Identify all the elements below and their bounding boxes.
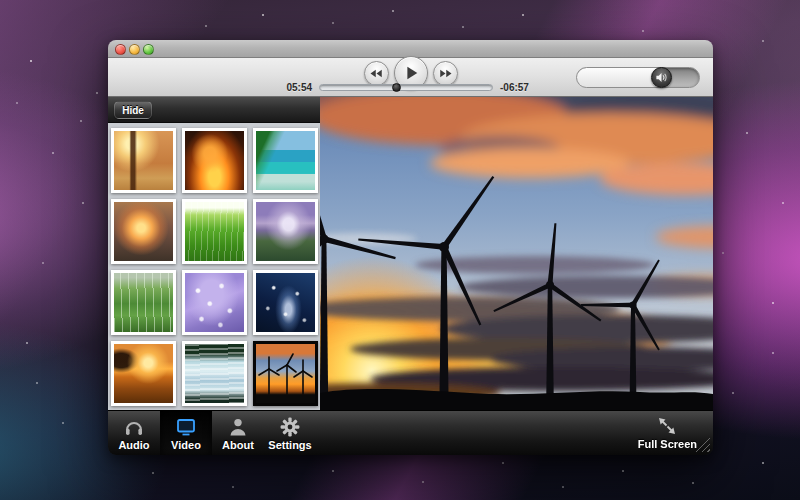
- tab-video-label: Video: [171, 439, 201, 451]
- thumbnail-waterfall[interactable]: [182, 341, 247, 406]
- thumbnail-wind-turbines[interactable]: [253, 341, 318, 406]
- fullscreen-label: Full Screen: [638, 438, 697, 450]
- playlist-sidebar: Hide: [108, 97, 320, 410]
- fast-forward-icon: [438, 68, 453, 79]
- volume-slider[interactable]: [576, 67, 700, 88]
- scrub-row: 05:54 -06:57: [268, 82, 544, 93]
- thumbnail-green-grass[interactable]: [182, 199, 247, 264]
- rewind-icon: [369, 68, 384, 79]
- gear-icon: [280, 416, 300, 438]
- progress-handle[interactable]: [392, 83, 401, 92]
- mini-turbines-icon: [256, 344, 315, 403]
- window-content: Hide: [108, 97, 713, 410]
- volume-fill: [577, 68, 662, 87]
- thumbnail-forest-meadow[interactable]: [111, 270, 176, 335]
- tab-settings-label: Settings: [268, 439, 311, 451]
- media-player-window: 05:54 -06:57 Hide: [108, 40, 713, 455]
- speaker-icon: [655, 71, 668, 84]
- tab-audio-label: Audio: [118, 439, 149, 451]
- video-frame: [320, 97, 713, 410]
- thumbnail-mountain-lake[interactable]: [253, 199, 318, 264]
- close-button[interactable]: [115, 44, 126, 55]
- desktop-wallpaper: 05:54 -06:57 Hide: [0, 0, 800, 500]
- thumbnail-starry-sky[interactable]: [253, 270, 318, 335]
- tab-about[interactable]: About: [212, 411, 264, 455]
- tab-audio[interactable]: Audio: [108, 411, 160, 455]
- elapsed-time: 05:54: [268, 82, 312, 93]
- thumbnail-grid: [108, 123, 320, 410]
- fullscreen-arrows-icon: [657, 415, 677, 437]
- tab-settings[interactable]: Settings: [264, 411, 316, 455]
- thumbnail-fireplace[interactable]: [182, 128, 247, 193]
- sidebar-header: Hide: [108, 97, 320, 123]
- resize-grip[interactable]: [695, 437, 710, 452]
- display-icon: [175, 416, 197, 438]
- thumbnail-lake-sunset[interactable]: [111, 341, 176, 406]
- progress-bar[interactable]: [319, 84, 493, 91]
- remaining-time: -06:57: [500, 82, 544, 93]
- play-icon: [402, 64, 420, 82]
- wallpaper-stars: [0, 0, 2, 2]
- person-icon: [228, 416, 248, 438]
- tab-video[interactable]: Video: [160, 411, 212, 455]
- thumbnail-purple-raindrops[interactable]: [182, 270, 247, 335]
- playback-control-strip: 05:54 -06:57: [108, 58, 713, 97]
- thumbnail-sunset-clouds[interactable]: [111, 199, 176, 264]
- tab-about-label: About: [222, 439, 254, 451]
- video-display[interactable]: [320, 97, 713, 410]
- headphones-icon: [124, 416, 144, 438]
- bottom-toolbar: Audio Video About: [108, 410, 713, 455]
- thumbnail-autumn-trees[interactable]: [111, 128, 176, 193]
- fullscreen-button[interactable]: Full Screen: [638, 411, 697, 455]
- minimize-button[interactable]: [129, 44, 140, 55]
- hide-sidebar-button[interactable]: Hide: [114, 101, 152, 119]
- thumbnail-tropical-beach[interactable]: [253, 128, 318, 193]
- zoom-button[interactable]: [143, 44, 154, 55]
- volume-knob[interactable]: [651, 67, 672, 88]
